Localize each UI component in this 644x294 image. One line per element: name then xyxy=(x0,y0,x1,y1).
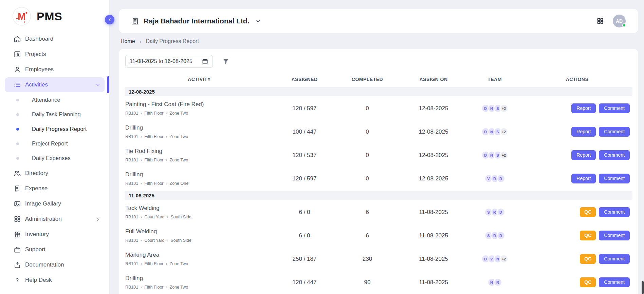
team-avatar[interactable]: R xyxy=(494,278,502,287)
sidebar-item-label: Activities xyxy=(25,81,48,88)
completed-value: 0 xyxy=(335,175,400,182)
report-button[interactable]: Report xyxy=(571,103,596,114)
activity-path: RB101›Fifth Floor›Zone One xyxy=(125,181,271,186)
team-extra-badge[interactable]: +2 xyxy=(500,128,508,136)
sidebar-item-support[interactable]: Support xyxy=(5,242,105,257)
sidebar-item-projects[interactable]: Projects xyxy=(5,47,105,62)
column-header-assigned: ASSIGNED xyxy=(274,77,335,82)
toolbar: 11-08-2025 to 16-08-2025 xyxy=(125,55,632,72)
qc-button[interactable]: QC xyxy=(580,277,596,288)
sidebar-item-daily-progress-report[interactable]: Daily Progress Report xyxy=(5,122,105,136)
path-segment: Zone Two xyxy=(170,261,188,266)
sidebar-item-project-report[interactable]: Project Report xyxy=(5,136,105,151)
qc-button[interactable]: QC xyxy=(580,254,596,264)
sidebar-item-label: Expense xyxy=(25,185,48,192)
users-icon xyxy=(14,170,21,177)
comment-button[interactable]: Comment xyxy=(599,231,630,241)
activity-cell: Drilling RB101›Fifth Floor›Zone Two xyxy=(125,124,274,139)
sidebar-item-attendance[interactable]: Attendance xyxy=(5,93,105,107)
logo-icon: M xyxy=(12,7,31,26)
comment-button[interactable]: Comment xyxy=(599,207,630,217)
activity-title: Marking Area xyxy=(125,252,271,258)
assigned-value: 6 / 0 xyxy=(274,232,335,239)
briefcase-icon xyxy=(14,246,21,253)
app-title: PMS xyxy=(37,10,62,23)
activity-title: Full Welding xyxy=(125,228,271,235)
team-extra-badge[interactable]: +2 xyxy=(500,151,508,159)
row-actions: QCComment xyxy=(522,277,632,288)
comment-button[interactable]: Comment xyxy=(599,127,630,137)
path-segment: Court Yard xyxy=(144,215,164,219)
date-range-input[interactable]: 11-08-2025 to 16-08-2025 xyxy=(125,55,213,68)
breadcrumb-home[interactable]: Home xyxy=(121,38,135,44)
chevron-down-icon xyxy=(255,18,261,24)
sidebar-item-employees[interactable]: Employees xyxy=(5,62,105,77)
comment-button[interactable]: Comment xyxy=(599,174,630,184)
report-button[interactable]: Report xyxy=(571,127,596,137)
activity-cell: Painting - First Coat (Fire Red) RB101›F… xyxy=(125,101,274,116)
chevron-right-icon: › xyxy=(140,39,142,44)
sidebar-item-label: Documentation xyxy=(25,261,64,268)
sidebar-item-image-gallary[interactable]: Image Gallary xyxy=(5,196,105,211)
row-actions: ReportComment xyxy=(522,174,632,184)
sidebar-item-label: Image Gallary xyxy=(25,200,61,207)
sidebar-item-label: Dashboard xyxy=(25,36,53,42)
team-avatar[interactable]: D xyxy=(497,231,505,240)
comment-button[interactable]: Comment xyxy=(599,254,630,264)
breadcrumb: Home › Daily Progress Report xyxy=(121,38,637,44)
path-segment: Fifth Floor xyxy=(144,181,163,186)
qc-button[interactable]: QC xyxy=(580,231,596,241)
sidebar-item-dashboard[interactable]: Dashboard xyxy=(5,32,105,46)
chevron-right-icon: › xyxy=(141,215,142,219)
report-button[interactable]: Report xyxy=(571,174,596,184)
activity-path: RB101›Fifth Floor›Zone Two xyxy=(125,261,271,266)
assign-on-value: 11-08-2025 xyxy=(400,209,467,216)
table-row: Drilling RB101›Fifth Floor›Zone One 120 … xyxy=(125,167,632,190)
qc-button[interactable]: QC xyxy=(580,207,596,217)
row-actions: ReportComment xyxy=(522,127,632,137)
path-segment: RB101 xyxy=(125,285,138,290)
date-group-header: 11-08-2025 xyxy=(125,191,632,200)
table-row: Painting - First Coat (Fire Red) RB101›F… xyxy=(125,97,632,120)
avatar[interactable]: AD xyxy=(613,15,626,27)
assigned-value: 120 / 597 xyxy=(274,105,335,112)
path-segment: RB101 xyxy=(125,158,138,162)
sidebar-item-expense[interactable]: Expense xyxy=(5,181,105,196)
apps-grid-icon[interactable] xyxy=(596,17,604,25)
sidebar-item-daily-task-planning[interactable]: Daily Task Planning xyxy=(5,107,105,122)
sidebar-item-inventory[interactable]: Inventory xyxy=(5,227,105,242)
sidebar-item-administration[interactable]: Administration xyxy=(5,212,105,227)
assigned-value: 6 / 0 xyxy=(274,209,335,216)
sidebar-item-activities[interactable]: Activities xyxy=(5,77,105,92)
team-avatar[interactable]: D xyxy=(497,174,505,183)
online-status-dot xyxy=(622,23,626,27)
company-selector[interactable]: Raja Bahadur International Ltd. xyxy=(131,17,261,25)
sidebar-item-documentation[interactable]: Documentation xyxy=(5,257,105,272)
table-row: Drilling RB101›Fifth Floor›Zone Two 120 … xyxy=(125,271,632,294)
sidebar-collapse-button[interactable] xyxy=(105,15,114,24)
scrollbar-thumb[interactable] xyxy=(642,281,644,294)
sidebar-item-directory[interactable]: Directory xyxy=(5,166,105,181)
chevron-right-icon: › xyxy=(167,238,168,242)
team-extra-badge[interactable]: +2 xyxy=(500,104,508,113)
row-actions: ReportComment xyxy=(522,103,632,114)
activity-path: RB101›Court Yard›South Side xyxy=(125,215,271,219)
sidebar-item-help-desk[interactable]: Help Desk xyxy=(5,273,105,288)
svg-text:M: M xyxy=(18,11,25,22)
team-extra-badge[interactable]: +2 xyxy=(500,255,508,263)
assign-on-value: 11-08-2025 xyxy=(400,256,467,262)
activity-path: RB101›Fifth Floor›Zone Two xyxy=(125,158,271,162)
report-button[interactable]: Report xyxy=(571,150,596,160)
team-avatar[interactable]: D xyxy=(497,208,505,216)
table-row: Full Welding RB101›Court Yard›South Side… xyxy=(125,224,632,247)
activity-cell: Full Welding RB101›Court Yard›South Side xyxy=(125,228,274,243)
comment-button[interactable]: Comment xyxy=(599,277,630,288)
sidebar-item-daily-expenses[interactable]: Daily Expenses xyxy=(5,151,105,165)
chevron-right-icon: › xyxy=(141,285,142,289)
assign-on-value: 12-08-2025 xyxy=(400,105,467,112)
assigned-value: 120 / 537 xyxy=(274,152,335,159)
filter-icon[interactable] xyxy=(222,58,229,65)
comment-button[interactable]: Comment xyxy=(599,103,630,114)
team-avatars: DNS+2 xyxy=(467,128,522,136)
comment-button[interactable]: Comment xyxy=(599,150,630,160)
